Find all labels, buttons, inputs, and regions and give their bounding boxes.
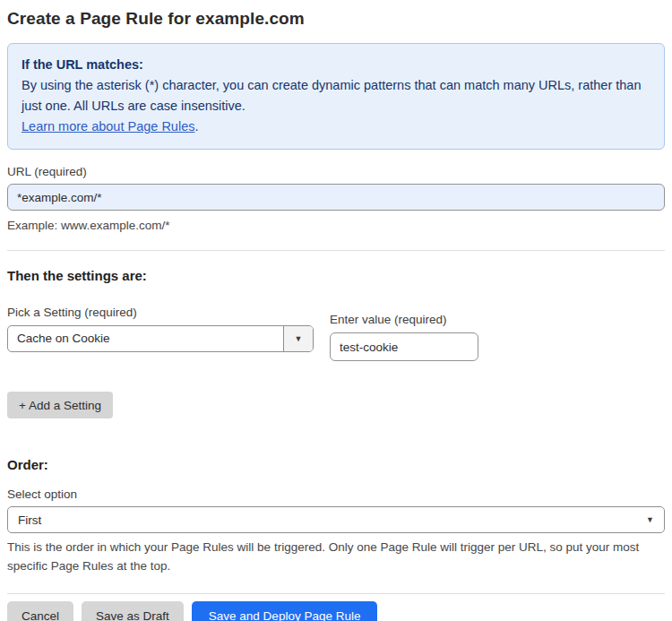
link-suffix: . [194, 119, 198, 134]
page-title: Create a Page Rule for example.com [7, 9, 665, 29]
section-divider [7, 250, 665, 251]
order-select-value: First [18, 513, 646, 527]
value-field-label: Enter value (required) [330, 313, 478, 326]
url-matches-info-box: If the URL matches: By using the asteris… [7, 43, 665, 150]
save-as-draft-button[interactable]: Save as Draft [82, 601, 184, 621]
add-setting-button[interactable]: + Add a Setting [7, 392, 113, 418]
setting-select-value: Cache on Cookie [8, 326, 283, 351]
settings-section-heading: Then the settings are: [7, 268, 665, 283]
order-section-heading: Order: [7, 457, 665, 472]
order-select-label: Select option [7, 487, 665, 501]
order-helper-text: This is the order in which your Page Rul… [7, 538, 665, 575]
cancel-button[interactable]: Cancel [7, 601, 73, 621]
settings-row: Pick a Setting (required) Cache on Cooki… [7, 306, 665, 361]
setting-value-input[interactable] [330, 332, 478, 361]
create-page-rule-panel: Create a Page Rule for example.com If th… [0, 0, 672, 621]
footer-button-row: Cancel Save as Draft Save and Deploy Pag… [7, 601, 665, 621]
chevron-down-icon: ▼ [295, 334, 303, 343]
order-select[interactable]: First ▼ [7, 506, 665, 533]
url-input[interactable] [7, 184, 665, 211]
learn-more-link[interactable]: Learn more about Page Rules [22, 119, 194, 134]
chevron-down-icon: ▼ [646, 515, 654, 524]
setting-select[interactable]: Cache on Cookie ▼ [7, 325, 314, 352]
url-field-helper: Example: www.example.com/* [7, 216, 665, 235]
info-box-body: By using the asterisk (*) character, you… [22, 75, 650, 116]
url-field-label: URL (required) [7, 165, 665, 178]
info-box-link-line: Learn more about Page Rules. [22, 116, 650, 137]
setting-select-arrow-button[interactable]: ▼ [283, 326, 313, 351]
footer-divider [7, 593, 665, 594]
setting-value-column: Enter value (required) [330, 313, 478, 361]
save-and-deploy-button[interactable]: Save and Deploy Page Rule [192, 601, 378, 621]
setting-select-column: Pick a Setting (required) Cache on Cooki… [7, 306, 314, 352]
info-box-heading: If the URL matches: [22, 55, 650, 75]
setting-select-label: Pick a Setting (required) [7, 306, 314, 319]
